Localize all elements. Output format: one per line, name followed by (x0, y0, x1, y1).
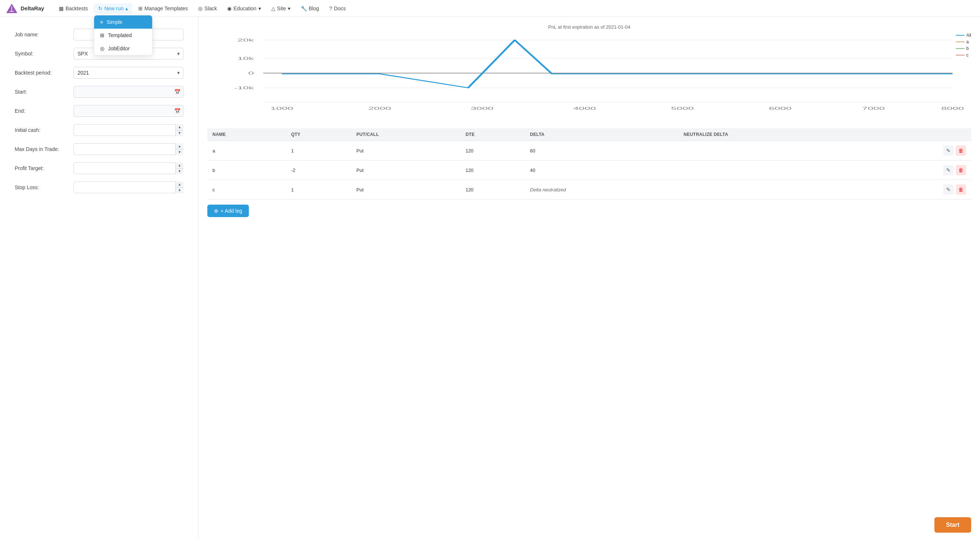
delete-button-b[interactable]: 🗑 (956, 165, 966, 175)
col-actions (861, 128, 971, 141)
profit-target-spinner: ▲ ▼ (175, 162, 183, 174)
pnl-line-all (282, 40, 953, 88)
chevron-down-icon: ▾ (258, 5, 261, 11)
profit-target-row: Profit Target: $0 ▲ ▼ (15, 162, 183, 174)
cell-putcall-a: Put (352, 141, 461, 160)
start-input[interactable]: 2021-01-01 (73, 86, 183, 98)
col-delta: DELTA (525, 128, 679, 141)
svg-text:-10k: -10k (234, 86, 254, 90)
chevron-down-icon-site: ▾ (288, 5, 290, 11)
legend-label-all: All (966, 33, 971, 38)
profit-target-up[interactable]: ▲ (176, 162, 183, 168)
table-row: b -2 Put 120 40 ✎ 🗑 (207, 160, 971, 180)
svg-text:20k: 20k (237, 38, 254, 42)
legend-line-c (956, 55, 964, 56)
chart-area: All a b c (207, 33, 971, 121)
delete-button-c[interactable]: 🗑 (956, 184, 966, 195)
col-put-call: PUT/CALL (352, 128, 461, 141)
calendar-icon-end: 📅 (174, 108, 180, 114)
legend-label-b: b (966, 46, 969, 51)
legend-line-a (956, 41, 964, 42)
legend-all: All (956, 33, 971, 38)
backtest-period-label: Backtest period: (15, 70, 73, 76)
table-row: a 1 Put 120 60 ✎ 🗑 (207, 141, 971, 160)
initial-cash-spinner: ▲ ▼ (175, 124, 183, 136)
stop-loss-label: Stop Loss: (15, 184, 73, 190)
initial-cash-up[interactable]: ▲ (176, 124, 183, 130)
app-name: DeltaRay (21, 5, 44, 11)
dropdown-simple[interactable]: ≡ Simple (94, 16, 152, 29)
start-button[interactable]: Start (934, 517, 971, 533)
nav-slack[interactable]: ◎ Slack (194, 3, 221, 14)
stop-loss-input[interactable]: $0 (73, 181, 183, 193)
max-days-spinner: ▲ ▼ (175, 143, 183, 155)
templated-icon: ⊞ (100, 32, 104, 38)
nav-new-run[interactable]: ↻ New run ▴ (94, 3, 132, 14)
cell-delta-b: 40 (525, 160, 679, 180)
cell-actions-c: ✎ 🗑 (861, 180, 971, 200)
svg-text:1000: 1000 (270, 106, 293, 111)
slack-icon: ◎ (198, 5, 202, 11)
stop-loss-row: Stop Loss: $0 ▲ ▼ (15, 181, 183, 193)
edit-button-b[interactable]: ✎ (943, 165, 953, 175)
nav-backtests[interactable]: ▦ Backtests (54, 3, 92, 14)
max-days-input[interactable]: 100 (73, 143, 183, 155)
initial-cash-control: $110,000 ▲ ▼ (73, 124, 183, 136)
max-days-up[interactable]: ▲ (176, 143, 183, 149)
nav-blog[interactable]: 🔧 Blog (296, 3, 323, 14)
stop-loss-spinner: ▲ ▼ (175, 181, 183, 193)
max-days-label: Max Days in Trade: (15, 146, 73, 152)
main-content: Job name: netzero Symbol: SPX SPY QQQ Ba… (0, 17, 980, 540)
svg-text:6000: 6000 (768, 106, 791, 111)
cell-name-a: a (207, 141, 286, 160)
cell-delta-c: Delta neutralized (525, 180, 679, 200)
legend-b: b (956, 46, 971, 51)
svg-text:10k: 10k (237, 56, 254, 60)
svg-text:3000: 3000 (471, 106, 494, 111)
cell-actions-b: ✎ 🗑 (861, 160, 971, 180)
site-icon: △ (271, 5, 275, 11)
start-label: Start: (15, 89, 73, 95)
nav-education[interactable]: ◉ Education ▾ (223, 3, 265, 14)
svg-text:2000: 2000 (368, 106, 391, 111)
cell-neutralize-c (679, 180, 861, 200)
table-row: c 1 Put 120 Delta neutralized ✎ 🗑 (207, 180, 971, 200)
backtest-period-select[interactable]: 2021 2020 2019 (73, 67, 183, 79)
max-days-down[interactable]: ▼ (176, 149, 183, 156)
chart-title: PnL at first expiration as of 2021-01-04 (207, 24, 971, 30)
add-leg-button[interactable]: ⊕ + Add leg (207, 205, 249, 217)
profit-target-input[interactable]: $0 (73, 162, 183, 174)
legs-table: NAME QTY PUT/CALL DTE DELTA NEUTRALIZE D… (207, 128, 971, 200)
nav-site[interactable]: △ Site ▾ (267, 3, 295, 14)
initial-cash-down[interactable]: ▼ (176, 130, 183, 136)
delete-button-a[interactable]: 🗑 (956, 146, 966, 156)
dropdown-templated[interactable]: ⊞ Templated (94, 29, 152, 42)
cell-actions-a: ✎ 🗑 (861, 141, 971, 160)
nav-docs[interactable]: ? Docs (325, 3, 350, 14)
edit-button-c[interactable]: ✎ (943, 184, 953, 195)
logo: DeltaRay (6, 3, 44, 14)
stop-loss-down[interactable]: ▼ (176, 188, 183, 194)
initial-cash-input[interactable]: $110,000 (73, 124, 183, 136)
profit-target-label: Profit Target: (15, 165, 73, 171)
nav-manage-templates[interactable]: ⊞ Manage Templates (134, 3, 192, 14)
manage-templates-icon: ⊞ (138, 5, 143, 11)
dropdown-jobeditor[interactable]: ◎ JobEditor (94, 42, 152, 55)
profit-target-down[interactable]: ▼ (176, 168, 183, 175)
svg-text:0: 0 (248, 71, 254, 75)
chart-panel: PnL at first expiration as of 2021-01-04… (199, 17, 980, 540)
backtest-period-row: Backtest period: 2021 2020 2019 (15, 67, 183, 79)
cell-qty-b: -2 (286, 160, 352, 180)
stop-loss-up[interactable]: ▲ (176, 181, 183, 188)
end-input[interactable]: 2021-12-31 (73, 105, 183, 117)
simple-icon: ≡ (100, 19, 103, 25)
form-panel: Job name: netzero Symbol: SPX SPY QQQ Ba… (0, 17, 199, 540)
end-label: End: (15, 108, 73, 114)
end-control: 2021-12-31 📅 (73, 105, 183, 117)
navbar: DeltaRay ▦ Backtests ↻ New run ▴ ≡ Simpl… (0, 0, 980, 17)
plus-icon: ⊕ (214, 208, 218, 214)
edit-button-a[interactable]: ✎ (943, 146, 953, 156)
col-neutralize-delta: NEUTRALIZE DELTA (679, 128, 861, 141)
col-qty: QTY (286, 128, 352, 141)
start-row: Start: 2021-01-01 📅 (15, 86, 183, 98)
